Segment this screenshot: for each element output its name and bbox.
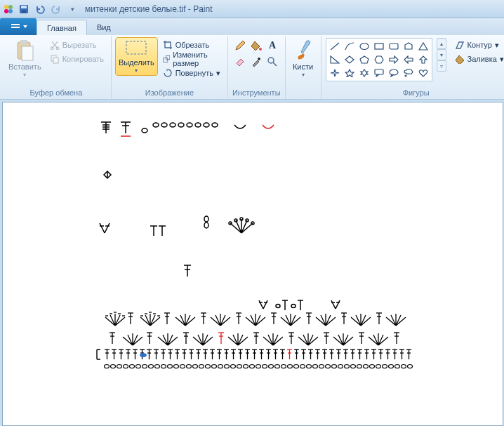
save-button[interactable]: [17, 2, 31, 16]
svg-point-282: [199, 365, 204, 368]
svg-line-47: [100, 223, 105, 233]
shape-triangle[interactable]: [416, 40, 430, 53]
color-picker-tool[interactable]: [248, 54, 264, 69]
shape-right-tri[interactable]: [328, 53, 342, 66]
svg-point-1: [8, 5, 13, 9]
group-image: Выделить ▾ Обрезать Изменить размер Пове…: [112, 36, 228, 99]
rotate-label: Повернуть: [175, 69, 213, 77]
copy-label: Копировать: [62, 55, 104, 63]
svg-rect-16: [126, 41, 146, 54]
system-menu-icon[interactable]: [3, 4, 14, 15]
svg-point-72: [291, 305, 296, 308]
magnifier-tool[interactable]: [265, 54, 280, 69]
shape-heart[interactable]: [416, 67, 430, 79]
outline-button[interactable]: Контур ▾: [452, 38, 504, 52]
svg-line-76: [336, 300, 340, 309]
svg-rect-6: [22, 10, 26, 13]
group-clipboard: Вставить ▾ Вырезать Копировать Буфер обм…: [1, 36, 112, 99]
svg-point-285: [218, 365, 223, 368]
resize-button[interactable]: Изменить размер: [160, 52, 223, 66]
shapes-more[interactable]: ▿: [437, 60, 446, 72]
svg-rect-25: [375, 69, 383, 74]
copy-button[interactable]: Копировать: [47, 52, 107, 66]
ribbon-tabs: Главная Вид: [0, 18, 504, 35]
svg-point-56: [204, 222, 208, 228]
shape-hexagon[interactable]: [372, 53, 386, 66]
shape-callout-oval[interactable]: [387, 67, 401, 79]
svg-point-316: [140, 353, 147, 357]
shape-polygon[interactable]: [402, 40, 416, 53]
rotate-button[interactable]: Повернуть ▾: [160, 66, 223, 80]
svg-point-291: [256, 365, 261, 368]
qat-customize[interactable]: ▾: [65, 2, 79, 16]
svg-point-306: [351, 365, 356, 368]
svg-point-309: [370, 365, 375, 368]
shapes-gallery[interactable]: [326, 38, 432, 81]
file-tab[interactable]: [0, 18, 37, 35]
text-tool[interactable]: A: [265, 38, 280, 53]
shape-arrow-u[interactable]: [416, 53, 430, 66]
svg-point-312: [389, 365, 394, 368]
svg-point-278: [174, 365, 179, 368]
group-image-label: Изображение: [116, 87, 223, 99]
svg-point-271: [130, 365, 135, 368]
svg-point-279: [180, 365, 185, 368]
shapes-scroll-up[interactable]: ▴: [437, 38, 446, 49]
cut-button[interactable]: Вырезать: [47, 38, 107, 52]
shape-callout-rect[interactable]: [372, 67, 386, 79]
svg-point-280: [187, 365, 192, 368]
svg-point-283: [206, 365, 211, 368]
shape-star5[interactable]: [343, 67, 357, 79]
chevron-down-icon: ▾: [302, 72, 305, 78]
select-button[interactable]: Выделить ▾: [116, 38, 157, 75]
chevron-down-icon: ▾: [500, 55, 504, 64]
shape-pentagon[interactable]: [357, 53, 371, 66]
svg-point-274: [149, 365, 154, 368]
shape-star4[interactable]: [328, 67, 342, 79]
svg-point-41: [178, 123, 184, 127]
svg-point-302: [326, 365, 331, 368]
svg-point-290: [250, 365, 255, 368]
canvas[interactable]: [145,580,10]: [3, 102, 503, 425]
fill-button[interactable]: Заливка ▾: [452, 52, 504, 66]
tab-home[interactable]: Главная: [37, 20, 87, 35]
eraser-tool[interactable]: [232, 54, 248, 69]
shape-rect[interactable]: [372, 40, 386, 53]
svg-point-296: [288, 365, 293, 368]
shape-oval[interactable]: [357, 40, 371, 53]
svg-point-55: [204, 216, 208, 222]
shape-roundrect[interactable]: [387, 40, 401, 53]
svg-point-294: [275, 365, 280, 368]
svg-point-275: [155, 365, 160, 368]
shape-arrow-r[interactable]: [387, 53, 401, 66]
svg-point-22: [360, 44, 369, 50]
svg-point-310: [376, 365, 381, 368]
svg-point-307: [357, 365, 362, 368]
svg-rect-8: [11, 27, 20, 28]
svg-rect-23: [375, 44, 383, 49]
svg-point-287: [231, 365, 236, 368]
tab-view[interactable]: Вид: [87, 20, 121, 35]
shape-line[interactable]: [328, 40, 342, 53]
svg-point-2: [4, 9, 8, 13]
svg-rect-5: [21, 6, 27, 8]
shape-star6[interactable]: [357, 67, 371, 79]
svg-point-299: [307, 365, 312, 368]
shape-curve[interactable]: [343, 40, 357, 53]
svg-point-301: [319, 365, 324, 368]
svg-point-304: [338, 365, 343, 368]
shapes-scroll-down[interactable]: ▾: [437, 49, 446, 60]
undo-button[interactable]: [33, 2, 47, 16]
shape-arrow-l[interactable]: [402, 53, 416, 66]
brushes-button[interactable]: Кисти ▾: [290, 38, 317, 79]
chevron-down-icon: ▾: [495, 41, 499, 50]
shape-callout-cloud[interactable]: [402, 67, 416, 79]
fill-tool[interactable]: [248, 38, 264, 53]
crop-button[interactable]: Обрезать: [160, 38, 223, 52]
paste-button[interactable]: Вставить ▾: [6, 38, 44, 79]
svg-point-295: [281, 365, 286, 368]
redo-button[interactable]: [49, 2, 63, 16]
pencil-tool[interactable]: [232, 38, 248, 53]
svg-point-38: [153, 123, 159, 127]
shape-diamond[interactable]: [343, 53, 357, 66]
